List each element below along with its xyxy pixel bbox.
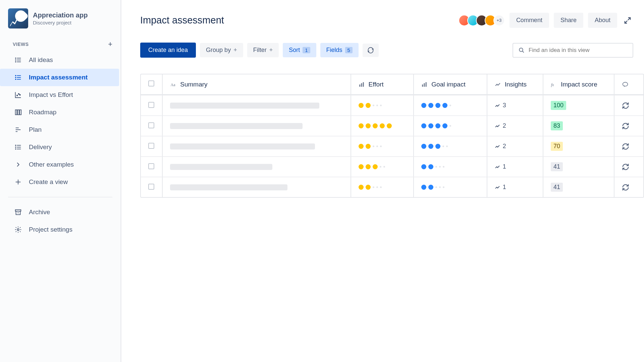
scatter-icon xyxy=(14,91,22,99)
dot-empty xyxy=(380,186,382,188)
sidebar-item-all-ideas[interactable]: All ideas xyxy=(0,51,120,69)
col-checkbox[interactable] xyxy=(141,74,163,95)
dot-filled xyxy=(359,144,364,149)
sidebar-item-label: Impact assessment xyxy=(29,74,88,81)
summary-placeholder xyxy=(170,143,315,149)
sort-count: 1 xyxy=(303,47,310,53)
dot-filled xyxy=(421,123,426,128)
svg-point-31 xyxy=(17,229,19,231)
rating-dots xyxy=(421,123,479,128)
sidebar-item-roadmap[interactable]: Roadmap xyxy=(0,104,120,121)
row-checkbox[interactable] xyxy=(148,184,154,190)
col-impact-score[interactable]: fx Impact score xyxy=(543,74,614,95)
expand-icon[interactable] xyxy=(622,15,633,26)
list-icon xyxy=(14,73,22,81)
refresh-icon[interactable] xyxy=(622,122,636,130)
col-comments[interactable] xyxy=(614,74,643,95)
row-checkbox[interactable] xyxy=(148,102,154,108)
svg-point-24 xyxy=(15,145,16,146)
insights-count: 1 xyxy=(503,163,506,170)
autofill-icon xyxy=(367,47,374,54)
share-button[interactable]: Share xyxy=(554,13,583,28)
refresh-icon[interactable] xyxy=(622,102,636,109)
formula-icon: fx xyxy=(551,81,557,87)
table-row[interactable]: 141 xyxy=(141,156,643,177)
svg-rect-36 xyxy=(363,82,364,87)
dot-filled xyxy=(387,123,392,128)
rating-dots xyxy=(359,103,406,108)
checkbox-all[interactable] xyxy=(148,80,154,86)
svg-rect-34 xyxy=(359,84,360,87)
impact-score-badge: 100 xyxy=(551,101,566,110)
rating-dots xyxy=(421,103,479,108)
insights-count: 2 xyxy=(503,122,506,129)
sidebar-item-create-a-view[interactable]: Create a view xyxy=(0,173,120,191)
sidebar-item-impact-assessment[interactable]: Impact assessment xyxy=(0,69,119,86)
row-checkbox[interactable] xyxy=(148,163,154,169)
project-title: Appreciation app xyxy=(33,11,88,19)
sidebar-item-other-examples[interactable]: Other examples xyxy=(0,156,120,173)
sidebar-item-label: Roadmap xyxy=(29,109,56,116)
avatar-stack[interactable]: +3 xyxy=(459,15,505,26)
table-row[interactable]: 283 xyxy=(141,115,643,136)
refresh-icon[interactable] xyxy=(622,143,636,150)
dot-filled xyxy=(373,164,378,169)
impact-score-badge: 41 xyxy=(551,162,563,171)
views-header: VIEWS + xyxy=(0,35,120,51)
svg-point-13 xyxy=(18,94,19,95)
dot-filled xyxy=(366,144,371,149)
sidebar-item-impact-vs-effort[interactable]: Impact vs Effort xyxy=(0,86,120,104)
filter-chip[interactable]: Filter + xyxy=(247,43,279,57)
refresh-icon[interactable] xyxy=(622,163,636,171)
svg-rect-29 xyxy=(15,210,21,212)
sidebar-item-archive[interactable]: Archive xyxy=(0,203,120,221)
create-idea-button[interactable]: Create an idea xyxy=(140,43,196,58)
rating-dots xyxy=(359,164,406,169)
row-checkbox[interactable] xyxy=(148,143,154,149)
add-view-icon[interactable]: + xyxy=(108,40,112,49)
comment-button[interactable]: Comment xyxy=(509,13,549,28)
dot-filled xyxy=(359,103,364,108)
dot-empty xyxy=(373,105,374,106)
table-row[interactable]: 270 xyxy=(141,136,643,156)
row-checkbox[interactable] xyxy=(148,122,154,128)
summary-placeholder xyxy=(170,164,272,170)
sidebar-item-project-settings[interactable]: Project settings xyxy=(0,221,120,238)
dot-empty xyxy=(435,166,437,168)
table-row[interactable]: 141 xyxy=(141,177,643,197)
fields-chip[interactable]: Fields 5 xyxy=(320,43,359,57)
sidebar-item-label: Impact vs Effort xyxy=(29,91,73,99)
table-row[interactable]: 3100 xyxy=(141,95,643,115)
col-effort[interactable]: Effort xyxy=(351,74,414,95)
about-button[interactable]: About xyxy=(588,13,617,28)
col-insights[interactable]: Insights xyxy=(487,74,543,95)
rating-dots xyxy=(421,144,479,149)
dot-filled xyxy=(366,123,371,128)
trend-icon xyxy=(495,81,501,87)
sidebar-item-plan[interactable]: Plan xyxy=(0,121,120,138)
autofill-chip[interactable] xyxy=(363,44,379,57)
insights-cell: 3 xyxy=(495,102,535,109)
dot-filled xyxy=(428,144,433,149)
sidebar-item-label: Archive xyxy=(29,208,50,216)
fields-label: Fields xyxy=(326,47,342,54)
svg-point-4 xyxy=(15,60,16,60)
col-summary[interactable]: Aa Summary xyxy=(163,74,351,95)
impact-score-badge: 41 xyxy=(551,183,563,192)
summary-placeholder xyxy=(170,123,303,129)
col-goal-impact[interactable]: Goal impact xyxy=(414,74,487,95)
dot-filled xyxy=(435,144,440,149)
dot-filled xyxy=(442,103,447,108)
text-icon: Aa xyxy=(170,81,176,87)
groupby-chip[interactable]: Group by + xyxy=(200,43,243,57)
search-box[interactable] xyxy=(513,43,633,58)
search-icon xyxy=(519,47,525,53)
chevron-icon xyxy=(14,161,22,169)
avatar-more[interactable]: +3 xyxy=(493,15,505,26)
search-input[interactable] xyxy=(529,47,627,54)
refresh-icon[interactable] xyxy=(622,184,636,191)
sidebar-item-delivery[interactable]: Delivery xyxy=(0,138,120,156)
dot-empty xyxy=(380,105,382,106)
sort-chip[interactable]: Sort 1 xyxy=(283,43,316,57)
insights-cell: 1 xyxy=(495,184,535,191)
